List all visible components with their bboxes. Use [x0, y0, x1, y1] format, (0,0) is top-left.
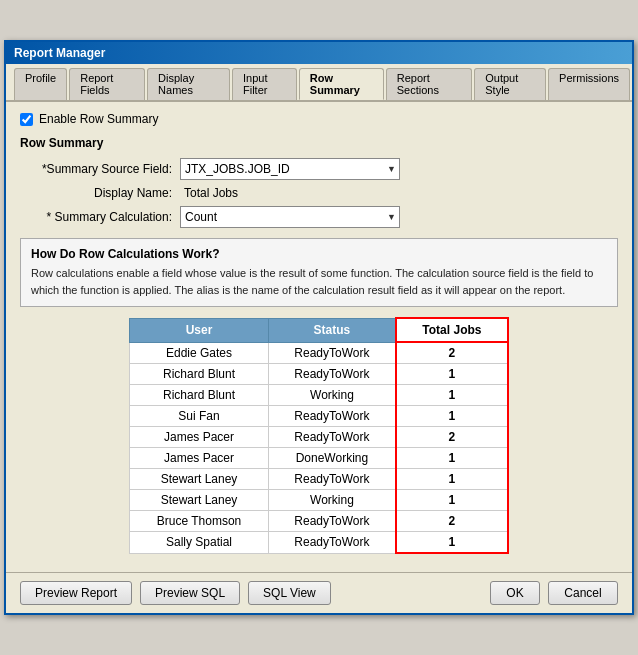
cell-total: 2	[396, 342, 508, 364]
preview-table-wrapper: User Status Total Jobs Eddie GatesReadyT…	[20, 317, 618, 554]
sql-view-button[interactable]: SQL View	[248, 581, 331, 605]
cell-status: ReadyToWork	[269, 532, 396, 554]
footer-left: Preview Report Preview SQL SQL View	[20, 581, 331, 605]
source-field-dropdown-wrapper: JTX_JOBS.JOB_ID	[180, 158, 400, 180]
cell-user: Stewart Laney	[130, 469, 269, 490]
summary-calc-dropdown-wrapper: Count	[180, 206, 400, 228]
cell-status: Working	[269, 490, 396, 511]
enable-row-summary-checkbox[interactable]	[20, 113, 33, 126]
cell-status: DoneWorking	[269, 448, 396, 469]
cell-status: ReadyToWork	[269, 406, 396, 427]
table-row: Richard BluntReadyToWork1	[130, 364, 509, 385]
info-box: How Do Row Calculations Work? Row calcul…	[20, 238, 618, 307]
table-row: Richard BluntWorking1	[130, 385, 509, 406]
cell-total: 1	[396, 385, 508, 406]
cell-status: ReadyToWork	[269, 364, 396, 385]
cell-total: 1	[396, 448, 508, 469]
cell-user: Eddie Gates	[130, 342, 269, 364]
enable-row-summary-label: Enable Row Summary	[39, 112, 158, 126]
row-summary-section-label: Row Summary	[20, 136, 618, 150]
cell-user: Bruce Thomson	[130, 511, 269, 532]
cell-status: ReadyToWork	[269, 469, 396, 490]
table-header-row: User Status Total Jobs	[130, 318, 509, 342]
summary-calc-label: * Summary Calculation:	[20, 210, 180, 224]
table-row: Bruce ThomsonReadyToWork2	[130, 511, 509, 532]
source-field-label: *Summary Source Field:	[20, 162, 180, 176]
cell-status: ReadyToWork	[269, 511, 396, 532]
summary-calc-dropdown[interactable]: Count	[180, 206, 400, 228]
cell-user: James Pacer	[130, 427, 269, 448]
tab-output-style[interactable]: Output Style	[474, 68, 546, 100]
tab-profile[interactable]: Profile	[14, 68, 67, 100]
cancel-button[interactable]: Cancel	[548, 581, 618, 605]
cell-status: ReadyToWork	[269, 342, 396, 364]
info-text: Row calculations enable a field whose va…	[31, 265, 607, 298]
cell-total: 1	[396, 364, 508, 385]
tab-input-filter[interactable]: Input Filter	[232, 68, 297, 100]
preview-report-button[interactable]: Preview Report	[20, 581, 132, 605]
table-row: Stewart LaneyWorking1	[130, 490, 509, 511]
cell-user: James Pacer	[130, 448, 269, 469]
enable-row-summary-row: Enable Row Summary	[20, 112, 618, 126]
tab-report-fields[interactable]: Report Fields	[69, 68, 145, 100]
table-body: Eddie GatesReadyToWork2Richard BluntRead…	[130, 342, 509, 553]
table-row: Sally SpatialReadyToWork1	[130, 532, 509, 554]
window-title: Report Manager	[14, 46, 105, 60]
info-title: How Do Row Calculations Work?	[31, 247, 607, 261]
title-bar: Report Manager	[6, 42, 632, 64]
cell-status: ReadyToWork	[269, 427, 396, 448]
ok-button[interactable]: OK	[490, 581, 540, 605]
tab-row-summary[interactable]: Row Summary	[299, 68, 384, 100]
col-total-jobs: Total Jobs	[396, 318, 508, 342]
table-row: Sui FanReadyToWork1	[130, 406, 509, 427]
tab-display-names[interactable]: Display Names	[147, 68, 230, 100]
summary-calc-group: * Summary Calculation: Count	[20, 206, 618, 228]
cell-user: Richard Blunt	[130, 385, 269, 406]
cell-user: Sally Spatial	[130, 532, 269, 554]
report-manager-window: Report Manager Profile Report Fields Dis…	[4, 40, 634, 615]
footer: Preview Report Preview SQL SQL View OK C…	[6, 572, 632, 613]
cell-user: Stewart Laney	[130, 490, 269, 511]
display-name-value: Total Jobs	[180, 186, 238, 200]
cell-total: 2	[396, 427, 508, 448]
cell-total: 1	[396, 532, 508, 554]
table-row: James PacerDoneWorking1	[130, 448, 509, 469]
display-name-label: Display Name:	[20, 186, 180, 200]
col-user: User	[130, 318, 269, 342]
cell-total: 1	[396, 469, 508, 490]
table-row: Stewart LaneyReadyToWork1	[130, 469, 509, 490]
display-name-group: Display Name: Total Jobs	[20, 186, 618, 200]
source-field-dropdown[interactable]: JTX_JOBS.JOB_ID	[180, 158, 400, 180]
cell-status: Working	[269, 385, 396, 406]
footer-right: OK Cancel	[490, 581, 618, 605]
table-row: Eddie GatesReadyToWork2	[130, 342, 509, 364]
cell-total: 2	[396, 511, 508, 532]
tab-report-sections[interactable]: Report Sections	[386, 68, 472, 100]
preview-table: User Status Total Jobs Eddie GatesReadyT…	[129, 317, 509, 554]
col-status: Status	[269, 318, 396, 342]
tab-bar: Profile Report Fields Display Names Inpu…	[6, 64, 632, 102]
cell-total: 1	[396, 406, 508, 427]
preview-sql-button[interactable]: Preview SQL	[140, 581, 240, 605]
cell-user: Richard Blunt	[130, 364, 269, 385]
cell-total: 1	[396, 490, 508, 511]
table-row: James PacerReadyToWork2	[130, 427, 509, 448]
tab-permissions[interactable]: Permissions	[548, 68, 630, 100]
cell-user: Sui Fan	[130, 406, 269, 427]
source-field-group: *Summary Source Field: JTX_JOBS.JOB_ID	[20, 158, 618, 180]
main-content: Enable Row Summary Row Summary *Summary …	[6, 102, 632, 572]
